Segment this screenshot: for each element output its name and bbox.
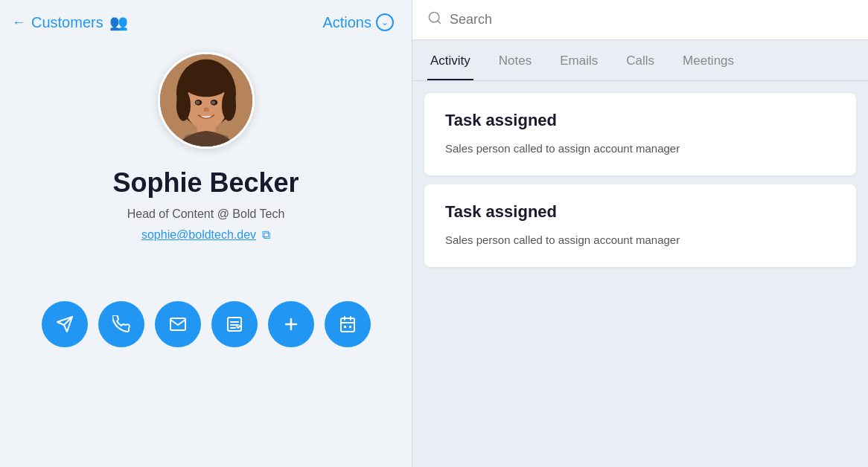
svg-point-6: [221, 90, 235, 121]
calendar-button[interactable]: [325, 301, 371, 347]
add-button[interactable]: [268, 301, 314, 347]
activity-card: Task assigned Sales person called to ass…: [424, 184, 856, 267]
search-icon: [427, 10, 442, 29]
customer-email-row: sophie@boldtech.dev ⧉: [141, 228, 270, 242]
svg-line-25: [438, 21, 441, 24]
search-input[interactable]: [450, 12, 853, 28]
activity-card-title: Task assigned: [445, 202, 835, 222]
tabs-row: Activity Notes Emails Calls Meetings: [412, 40, 868, 81]
left-panel: ← Customers 👥 Actions ⌄: [0, 0, 412, 467]
avatar-image: [160, 54, 252, 146]
top-bar: ← Customers 👥 Actions ⌄: [0, 0, 412, 45]
copy-email-icon[interactable]: ⧉: [262, 228, 270, 242]
activity-card: Task assigned Sales person called to ass…: [424, 93, 856, 175]
email-button[interactable]: [155, 301, 201, 347]
svg-point-11: [203, 108, 209, 112]
actions-button[interactable]: Actions ⌄: [322, 13, 394, 31]
svg-point-4: [183, 71, 229, 97]
avatar: [158, 52, 255, 149]
customer-title: Head of Content @ Bold Tech: [127, 207, 285, 221]
send-message-button[interactable]: [42, 301, 88, 347]
activity-card-desc: Sales person called to assign account ma…: [445, 142, 835, 155]
customer-email-link[interactable]: sophie@boldtech.dev: [141, 228, 256, 242]
tab-meetings[interactable]: Meetings: [680, 40, 737, 80]
action-buttons-row: [42, 301, 371, 362]
task-button[interactable]: [211, 301, 258, 347]
back-arrow-icon: ←: [12, 15, 25, 30]
tab-calls[interactable]: Calls: [623, 40, 657, 80]
back-customers-link[interactable]: ← Customers 👥: [12, 13, 128, 31]
activity-card-desc: Sales person called to assign account ma…: [445, 234, 835, 246]
actions-label: Actions: [322, 14, 371, 31]
svg-point-10: [211, 100, 215, 104]
svg-rect-22: [344, 326, 346, 328]
call-button[interactable]: [98, 301, 144, 347]
customers-label: Customers: [31, 14, 103, 31]
right-panel: Activity Notes Emails Calls Meetings Tas…: [412, 0, 868, 467]
activity-feed: Task assigned Sales person called to ass…: [412, 81, 868, 467]
search-bar: [412, 0, 868, 40]
svg-point-5: [176, 90, 190, 121]
actions-chevron-icon: ⌄: [376, 13, 394, 31]
customer-name: Sophie Becker: [112, 167, 299, 199]
svg-rect-18: [341, 318, 354, 332]
profile-section: Sophie Becker Head of Content @ Bold Tec…: [0, 45, 412, 257]
svg-rect-23: [349, 326, 351, 328]
activity-card-title: Task assigned: [445, 111, 835, 130]
svg-point-9: [195, 100, 200, 104]
tab-notes[interactable]: Notes: [496, 40, 534, 80]
tab-activity[interactable]: Activity: [427, 40, 473, 80]
tab-emails[interactable]: Emails: [557, 40, 601, 80]
customers-icon: 👥: [109, 13, 128, 31]
